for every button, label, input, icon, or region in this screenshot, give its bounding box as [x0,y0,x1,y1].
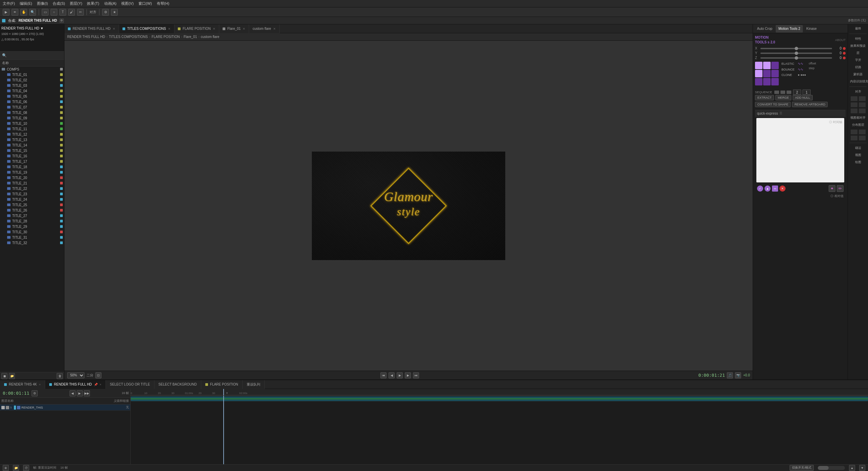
list-item[interactable]: TITLE_22 [0,186,64,191]
x-red-btn[interactable] [843,47,846,50]
list-item[interactable]: TITLE_31 [0,235,64,240]
list-item[interactable]: TITLE_18 [0,164,64,170]
tab-custom-flare[interactable]: custom flare ✕ [249,24,279,33]
preview-prev-btn[interactable]: ◀ [389,372,395,378]
grid-btn-9[interactable] [771,78,779,85]
grid-btn-7[interactable] [755,78,762,85]
list-item[interactable]: TITLE_26 [0,208,64,213]
mt-about-btn[interactable]: ABOUT [835,38,846,42]
tl-tab-background[interactable]: SELECT BACKGROUND [154,380,201,389]
menu-layer[interactable]: 图层(Y) [70,1,82,6]
list-item[interactable]: TITLE_20 [0,175,64,180]
tool-select[interactable]: ▶ [3,9,10,16]
menu-help[interactable]: 有帮(H) [157,1,169,6]
tl-track-bar-green[interactable] [131,398,868,399]
merge-btn[interactable]: MERGE [775,95,791,100]
layer-visibility-icon[interactable] [1,406,5,409]
list-item[interactable]: TITLE_02 [0,77,64,83]
menu-anim[interactable]: 动画(A) [104,1,117,6]
status-clock-btn[interactable]: ⏱ [23,465,29,471]
frp-item-zuizhong[interactable]: 最终 [849,26,867,32]
layer-lock-icon[interactable] [6,406,9,409]
list-item[interactable]: TITLE_32 [0,240,64,246]
y-slider[interactable] [760,53,832,54]
x-slider[interactable] [760,48,832,49]
breadcrumb-item[interactable]: custom flare [201,35,219,39]
tab-close-icon[interactable]: ✕ [243,27,245,31]
zoom-select[interactable]: 50% [67,372,84,378]
new-folder-btn[interactable]: 📁 [9,373,15,379]
tl-tab-reset[interactable]: 重设队列 [243,380,265,389]
frp-item-font[interactable]: 字开 [849,57,867,63]
preview-next-btn[interactable]: ▶ [405,372,411,378]
menu-effects[interactable]: 效果(T) [87,1,99,6]
status-expand-btn[interactable]: ▲ [849,465,855,471]
list-item[interactable]: TITLE_12 [0,132,64,137]
list-item[interactable]: TITLE_19 [0,170,64,175]
tool-rect[interactable]: ▭ [42,9,49,16]
rp-tab-kinase[interactable]: Kinase [804,25,819,33]
preview-fit-btn[interactable]: ⊡ [95,372,101,378]
qe-up-btn[interactable]: ▲ [765,185,771,192]
frp-item-mask[interactable]: 蒙积器 [849,72,867,77]
rp-tab-motion-tools[interactable]: Motion Tools 2 [776,25,803,33]
grid-btn-2[interactable] [763,62,771,69]
list-item[interactable]: TITLE_04 [0,88,64,94]
align-btn-ml[interactable] [859,102,866,107]
z-red-btn[interactable] [843,57,846,59]
qe-pencil-btn[interactable]: ✏ [837,185,844,192]
qe-check-btn[interactable]: ✓ [757,185,763,192]
seq-icon-3[interactable] [787,91,791,94]
remove-artboard-btn[interactable]: REMOVE ARTBOARD [792,102,828,107]
preview-end-btn[interactable]: ⏭ [413,372,419,378]
status-slider[interactable] [818,466,845,470]
seq-icon-1[interactable] [774,91,779,94]
grid-btn-3[interactable] [771,62,779,69]
align-btn-mr[interactable] [859,109,866,113]
tl-tab-render-full-hd[interactable]: RENDER THIS FULL HD 📌 × [45,380,106,389]
list-item[interactable]: TITLE_05 [0,94,64,99]
breadcrumb-item[interactable]: TITLES COMPOSITIONS [109,35,148,39]
list-item[interactable]: TITLE_16 [0,153,64,159]
list-item[interactable]: TITLE_27 [0,213,64,218]
status-new-btn[interactable]: ⊕ [3,465,9,471]
tl-next-frame[interactable]: ▶▶ [84,390,90,396]
list-item[interactable]: TITLE_15 [0,148,64,153]
menu-view[interactable]: 视图(V) [121,1,134,6]
seq-input-2[interactable] [803,90,811,95]
rp-tab-autocrop[interactable]: Auto Crop [754,25,775,33]
qe-wand-btn[interactable]: ✦ [829,185,835,192]
delete-btn[interactable]: 🗑 [57,373,63,379]
extract-btn[interactable]: EXTRACT [755,95,774,100]
menu-window[interactable]: 窗口(W) [138,1,152,6]
list-item[interactable]: TITLE_23 [0,191,64,197]
breadcrumb-item[interactable]: FLARE POSITION [152,35,180,39]
convert-shape-btn[interactable]: CONVERT TO SHAPE [755,102,791,107]
tab-close-icon[interactable]: ✕ [213,27,215,31]
list-item[interactable]: TITLE_11 [0,126,64,132]
dist-btn-1[interactable] [851,130,857,134]
tool-hand[interactable]: ✋ [20,9,27,16]
qe-eq-btn[interactable]: ═ [772,185,778,192]
tab-close-icon[interactable]: ✕ [273,27,276,31]
list-item[interactable]: TITLE_08 [0,110,64,115]
z-slider[interactable] [760,57,832,59]
preview-start-btn[interactable]: ⏮ [380,372,386,378]
tab-flare01[interactable]: Flare_01 ✕ [219,24,249,33]
align-btn-mc[interactable] [851,109,857,113]
file-list[interactable]: COMPS TITLE_01 TITLE_02 TITLE_03 [0,66,64,372]
status-folder-btn[interactable]: 📁 [13,465,19,471]
cut-mode-btn[interactable]: 切换开关/模式 [790,465,814,471]
breadcrumb-item[interactable]: Flare_01 [184,35,197,39]
tl-tab-render4k[interactable]: RENDER THIS 4K × [0,380,45,389]
tl-layer-row-render[interactable]: 1 RENDER_THIS 无 [0,405,130,411]
frp-item-draw[interactable]: 绘图 [849,159,867,165]
frp-item-view2[interactable]: 视图 [849,152,867,158]
list-item[interactable]: TITLE_24 [0,197,64,202]
frp-item-layer[interactable]: 层 [849,50,867,56]
menu-image[interactable]: 图像(I) [37,1,48,6]
dist-btn-4[interactable] [859,136,866,140]
frp-item-content[interactable]: 内容识别填充 [849,79,867,84]
tl-prev-frame[interactable]: ◀ [70,390,76,396]
qe-menu-icon[interactable]: ☰ [779,112,782,115]
